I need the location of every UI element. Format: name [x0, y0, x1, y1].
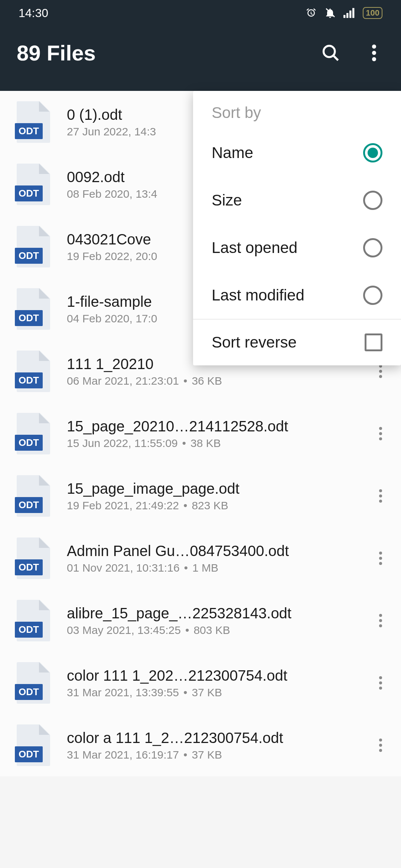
alarm-icon — [306, 7, 317, 19]
file-item[interactable]: ODT 15_page_image_page.odt 19 Feb 2021, … — [0, 465, 401, 527]
sort-option-radio[interactable] — [363, 238, 382, 257]
file-info: alibre_15_page_…225328143.odt 03 May 202… — [67, 605, 356, 637]
sort-option-label: Last modified — [212, 286, 304, 304]
sort-option-label: Size — [212, 191, 242, 209]
file-icon: ODT — [15, 287, 52, 331]
file-meta: 31 Mar 2021, 16:19:17•37 KB — [67, 749, 356, 761]
search-button[interactable] — [320, 43, 341, 63]
more-vertical-icon — [379, 676, 382, 690]
file-meta: 15 Jun 2022, 11:55:09•38 KB — [67, 437, 356, 450]
file-meta: 01 Nov 2021, 10:31:16•1 MB — [67, 562, 356, 574]
file-meta: 19 Feb 2021, 21:49:22•823 KB — [67, 499, 356, 512]
more-vertical-icon — [379, 739, 382, 752]
sort-option[interactable]: Last opened — [193, 224, 401, 272]
file-name: 15_page_image_page.odt — [67, 480, 356, 497]
file-type-badge: ODT — [15, 372, 43, 388]
status-right: 100 — [306, 7, 382, 19]
vibrate-icon — [324, 7, 336, 19]
file-type-badge: ODT — [15, 435, 43, 451]
file-name: color 111 1_202…212300754.odt — [67, 667, 356, 684]
file-type-badge: ODT — [15, 310, 43, 326]
page-title: 89 Files — [17, 40, 96, 65]
sort-option-radio[interactable] — [363, 286, 382, 305]
sort-reverse-option[interactable]: Sort reverse — [193, 319, 401, 365]
file-icon: ODT — [15, 536, 52, 581]
file-more-button[interactable] — [371, 423, 390, 445]
more-vertical-icon — [379, 552, 382, 565]
file-type-badge: ODT — [15, 622, 43, 638]
svg-rect-3 — [352, 8, 354, 18]
sort-menu-header: Sort by — [193, 91, 401, 129]
file-item[interactable]: ODT color 111 1_202…212300754.odt 31 Mar… — [0, 652, 401, 714]
file-icon: ODT — [15, 598, 52, 643]
sort-option[interactable]: Size — [193, 177, 401, 224]
svg-rect-2 — [349, 10, 351, 18]
file-info: Admin Panel Gu…084753400.odt 01 Nov 2021… — [67, 543, 356, 574]
more-vertical-icon — [379, 427, 382, 440]
battery-indicator: 100 — [363, 7, 382, 19]
file-name: alibre_15_page_…225328143.odt — [67, 605, 356, 622]
sort-option-radio[interactable] — [363, 191, 382, 210]
svg-rect-0 — [343, 15, 345, 18]
file-icon: ODT — [15, 411, 52, 456]
file-info: color 111 1_202…212300754.odt 31 Mar 202… — [67, 667, 356, 699]
status-bar: 14:30 100 — [0, 0, 401, 26]
search-icon — [321, 43, 340, 63]
more-vertical-icon — [379, 365, 382, 378]
file-more-button[interactable] — [371, 609, 390, 632]
more-vertical-icon — [372, 45, 376, 61]
file-item[interactable]: ODT 15_page_20210…214112528.odt 15 Jun 2… — [0, 402, 401, 465]
file-name: Admin Panel Gu…084753400.odt — [67, 543, 356, 559]
file-item[interactable]: ODT color a 111 1_2…212300754.odt 31 Mar… — [0, 714, 401, 776]
sort-reverse-checkbox[interactable] — [365, 333, 382, 351]
signal-icon — [343, 7, 355, 19]
file-icon: ODT — [15, 474, 52, 518]
file-meta: 31 Mar 2021, 13:39:55•37 KB — [67, 686, 356, 699]
file-item[interactable]: ODT Admin Panel Gu…084753400.odt 01 Nov … — [0, 527, 401, 589]
app-bar: 89 Files — [0, 26, 401, 91]
file-type-badge: ODT — [15, 248, 43, 264]
more-vertical-icon — [379, 489, 382, 503]
sort-option-label: Last opened — [212, 239, 297, 257]
file-more-button[interactable] — [371, 672, 390, 694]
file-type-badge: ODT — [15, 684, 43, 700]
file-icon: ODT — [15, 100, 52, 144]
file-more-button[interactable] — [371, 734, 390, 756]
sort-option-label: Name — [212, 144, 253, 162]
more-button[interactable] — [363, 43, 384, 63]
sort-option-radio[interactable] — [363, 143, 382, 162]
file-type-badge: ODT — [15, 497, 43, 513]
file-info: 15_page_20210…214112528.odt 15 Jun 2022,… — [67, 418, 356, 450]
svg-point-4 — [324, 46, 335, 57]
file-more-button[interactable] — [371, 547, 390, 569]
file-type-badge: ODT — [15, 123, 43, 139]
more-vertical-icon — [379, 614, 382, 627]
file-type-badge: ODT — [15, 559, 43, 575]
sort-menu: Sort by Name Size Last opened Last modif… — [193, 91, 401, 365]
file-name: color a 111 1_2…212300754.odt — [67, 730, 356, 746]
file-name: 15_page_20210…214112528.odt — [67, 418, 356, 435]
file-item[interactable]: ODT alibre_15_page_…225328143.odt 03 May… — [0, 589, 401, 652]
file-icon: ODT — [15, 162, 52, 207]
svg-rect-1 — [346, 13, 348, 18]
sort-option[interactable]: Last modified — [193, 272, 401, 319]
file-type-badge: ODT — [15, 746, 43, 762]
file-info: 15_page_image_page.odt 19 Feb 2021, 21:4… — [67, 480, 356, 512]
file-more-button[interactable] — [371, 485, 390, 507]
file-icon: ODT — [15, 349, 52, 394]
file-icon: ODT — [15, 224, 52, 269]
sort-reverse-label: Sort reverse — [212, 333, 297, 351]
status-time: 14:30 — [19, 6, 48, 20]
sort-option[interactable]: Name — [193, 129, 401, 177]
app-actions — [320, 43, 384, 63]
file-meta: 06 Mar 2021, 21:23:01•36 KB — [67, 375, 356, 387]
file-meta: 03 May 2021, 13:45:25•803 KB — [67, 624, 356, 637]
file-icon: ODT — [15, 723, 52, 767]
file-info: color a 111 1_2…212300754.odt 31 Mar 202… — [67, 730, 356, 761]
svg-line-5 — [333, 55, 338, 60]
file-type-badge: ODT — [15, 185, 43, 201]
file-icon: ODT — [15, 661, 52, 705]
